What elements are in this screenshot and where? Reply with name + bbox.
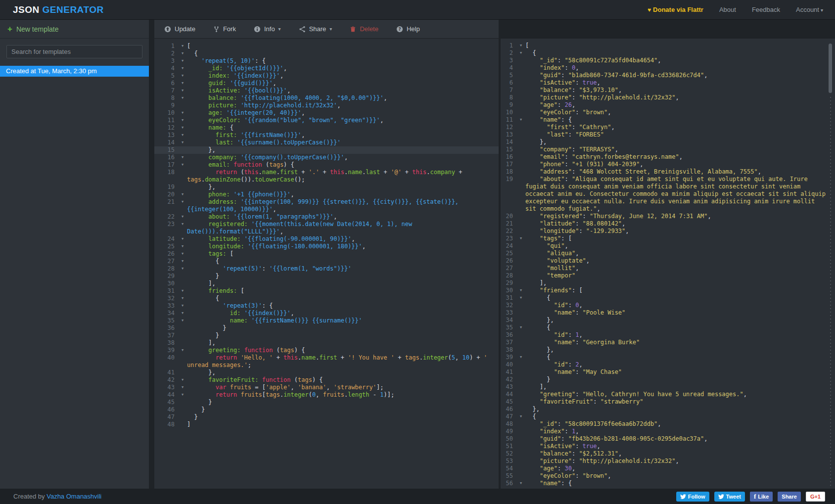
fold-arrow-icon[interactable]: ▼ — [178, 132, 187, 139]
fold-arrow-icon[interactable]: ▼ — [516, 235, 525, 242]
search-input[interactable] — [6, 45, 142, 58]
code-line[interactable]: 36 } — [154, 324, 499, 332]
code-line[interactable]: 33▼ 'repeat(3)': { — [154, 302, 499, 310]
fold-arrow-icon[interactable]: ▼ — [178, 50, 187, 57]
code-line[interactable]: 19 }, — [154, 183, 499, 191]
code-line[interactable]: 16▼ company: '{{company().toUpperCase()}… — [154, 154, 499, 161]
code-line[interactable]: 37 } — [154, 332, 499, 339]
fold-arrow-icon[interactable]: ▼ — [178, 221, 187, 228]
code-line[interactable]: 21▼ address: '{{integer(100, 999)}} {{st… — [154, 198, 499, 206]
code-line[interactable]: 14▼ last: '{{surname().toUpperCase()}}' — [154, 139, 499, 146]
code-text[interactable]: about: '{{lorem(1, "paragraphs")}}', — [187, 213, 337, 221]
code-text[interactable]: name: { — [187, 124, 233, 132]
code-text[interactable]: ], — [187, 280, 216, 287]
code-text[interactable]: var fruits = ['apple', 'banana', 'strawb… — [187, 384, 383, 391]
code-line[interactable]: 11▼ eyeColor: '{{random("blue", "brown",… — [154, 117, 499, 124]
code-line[interactable]: 42▼ favoriteFruit: function (tags) { — [154, 376, 499, 384]
code-line[interactable]: tags.domainZone()).toLowerCase(); — [154, 176, 499, 183]
fold-arrow-icon[interactable]: ▼ — [178, 80, 187, 87]
code-line[interactable]: 9 picture: 'http://placehold.it/32x32', — [154, 102, 499, 109]
code-line[interactable]: 26▼ tags: [ — [154, 250, 499, 258]
code-line[interactable]: 17▼ email: function (tags) { — [154, 161, 499, 169]
code-text[interactable]: return fruits[tags.integer(0, fruits.len… — [187, 391, 394, 399]
fold-arrow-icon[interactable]: ▼ — [178, 43, 187, 50]
code-line[interactable]: {{integer(100, 10000)}}', — [154, 206, 499, 213]
code-line[interactable]: 25▼ longitude: '{{floating(-180.000001, … — [154, 243, 499, 250]
code-line[interactable]: 31▼ friends: [ — [154, 287, 499, 295]
code-line[interactable]: 4▼ _id: '{{objectId()}}', — [154, 65, 499, 72]
fold-arrow-icon[interactable]: ▼ — [178, 310, 187, 317]
code-text[interactable]: 'repeat(5)': '{{lorem(1, "words")}}' — [187, 265, 351, 273]
fold-arrow-icon[interactable]: ▼ — [178, 65, 187, 72]
code-line[interactable]: 3▼ 'repeat(5, 10)': { — [154, 57, 499, 65]
fold-arrow-icon[interactable]: ▼ — [516, 354, 525, 361]
code-text[interactable]: id: '{{index()}}', — [187, 310, 294, 317]
code-text[interactable]: registered: '{{moment(this.date(new Date… — [187, 221, 412, 228]
share-button[interactable]: Share▾ — [299, 25, 332, 33]
fold-arrow-icon[interactable]: ▼ — [178, 139, 187, 146]
code-text[interactable]: {{integer(100, 10000)}}', — [187, 206, 277, 213]
code-line[interactable]: 15 }, — [154, 146, 499, 154]
code-line[interactable]: 35▼ name: '{{firstName()}} {{surname()}}… — [154, 317, 499, 324]
fold-arrow-icon[interactable]: ▼ — [178, 117, 187, 124]
fold-arrow-icon[interactable]: ▼ — [516, 413, 525, 420]
output-scrollbar-thumb[interactable] — [829, 44, 832, 93]
fold-arrow-icon[interactable]: ▼ — [178, 124, 187, 132]
fold-arrow-icon[interactable]: ▼ — [516, 480, 525, 487]
code-text[interactable]: [ — [187, 43, 190, 50]
code-line[interactable]: 39▼ greeting: function (tags) { — [154, 347, 499, 354]
code-line[interactable]: 13▼ first: '{{firstName()}}', — [154, 132, 499, 139]
fold-arrow-icon[interactable]: ▼ — [178, 347, 187, 354]
info-button[interactable]: Info▾ — [254, 25, 281, 33]
fold-arrow-icon[interactable]: ▼ — [178, 57, 187, 65]
code-text[interactable]: ] — [187, 421, 190, 428]
code-text[interactable]: 'repeat(3)': { — [187, 302, 273, 310]
fold-arrow-icon[interactable]: ▼ — [178, 250, 187, 258]
code-line[interactable]: 41 }, — [154, 369, 499, 376]
code-text[interactable]: ], — [187, 339, 216, 347]
feedback-link[interactable]: Feedback — [752, 6, 780, 13]
code-text[interactable]: name: '{{firstName()}} {{surname()}}' — [187, 317, 362, 324]
fold-arrow-icon[interactable]: ▼ — [178, 317, 187, 324]
code-text[interactable]: greeting: function (tags) { — [187, 347, 305, 354]
fold-arrow-icon[interactable]: ▼ — [516, 49, 525, 57]
fold-arrow-icon[interactable]: ▼ — [178, 265, 187, 273]
code-text[interactable]: { — [187, 295, 219, 302]
code-line[interactable]: 27▼ { — [154, 258, 499, 265]
code-line[interactable]: 1▼[ — [154, 43, 499, 50]
code-line[interactable]: 20▼ phone: '+1 {{phone()}}', — [154, 191, 499, 198]
code-text[interactable]: longitude: '{{floating(-180.000001, 180)… — [187, 243, 366, 250]
code-line[interactable]: 38 ], — [154, 339, 499, 347]
fold-arrow-icon[interactable]: ▼ — [178, 154, 187, 161]
code-text[interactable]: return (this.name.first + '.' + this.nam… — [187, 169, 463, 176]
code-text[interactable]: isActive: '{{bool()}}', — [187, 87, 291, 94]
code-line[interactable]: 48] — [154, 421, 499, 428]
code-text[interactable]: first: '{{firstName()}}', — [187, 132, 305, 139]
code-text[interactable]: { — [187, 258, 219, 265]
donate-link[interactable]: ♥Donate via Flattr — [648, 6, 703, 13]
code-text[interactable]: } — [187, 399, 212, 406]
code-text[interactable]: _id: '{{objectId()}}', — [187, 65, 287, 72]
code-text[interactable]: address: '{{integer(100, 999)}} {{street… — [187, 198, 459, 206]
code-text[interactable]: age: '{{integer(20, 40)}}', — [187, 109, 305, 117]
code-line[interactable]: 6▼ guid: '{{guid()}}', — [154, 80, 499, 87]
code-text[interactable]: }, — [187, 183, 216, 191]
fold-arrow-icon[interactable]: ▼ — [178, 287, 187, 295]
code-text[interactable]: unread messages.'; — [187, 362, 251, 369]
code-text[interactable]: company: '{{company().toUpperCase()}}', — [187, 154, 348, 161]
fold-arrow-icon[interactable]: ▼ — [178, 391, 187, 399]
code-line[interactable]: 10▼ age: '{{integer(20, 40)}}', — [154, 109, 499, 117]
code-text[interactable]: Date())).format("LLLL")}}', — [187, 228, 283, 235]
template-list-item-selected[interactable]: Created at Tue, March, 2:30 pm — [0, 66, 149, 77]
code-text[interactable]: } — [187, 406, 205, 413]
fold-arrow-icon[interactable]: ▼ — [178, 161, 187, 169]
code-text[interactable]: balance: '{{floating(1000, 4000, 2, "$0,… — [187, 94, 387, 102]
fold-arrow-icon[interactable]: ▼ — [178, 72, 187, 80]
fold-arrow-icon[interactable]: ▼ — [516, 287, 525, 294]
code-line[interactable]: 40 return 'Hello, ' + this.name.first + … — [154, 354, 499, 362]
google-plus-one-button[interactable]: G+1 — [806, 492, 825, 502]
fold-arrow-icon[interactable]: ▼ — [178, 94, 187, 102]
code-line[interactable]: 28▼ 'repeat(5)': '{{lorem(1, "words")}}' — [154, 265, 499, 273]
code-text[interactable]: phone: '+1 {{phone()}}', — [187, 191, 294, 198]
code-text[interactable]: favoriteFruit: function (tags) { — [187, 376, 323, 384]
